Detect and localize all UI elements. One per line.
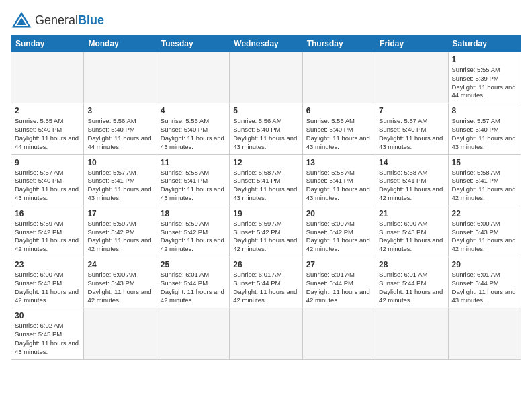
calendar-cell: 12Sunrise: 5:58 AM Sunset: 5:41 PM Dayli… [230, 154, 302, 205]
day-number: 15 [452, 158, 517, 167]
day-number: 5 [233, 106, 298, 116]
day-info: Sunrise: 6:00 AM Sunset: 5:43 PM Dayligh… [87, 271, 152, 305]
col-header-friday: Friday [375, 36, 448, 52]
calendar-cell: 16Sunrise: 5:59 AM Sunset: 5:42 PM Dayli… [11, 205, 84, 257]
calendar-week-row: 1Sunrise: 5:55 AM Sunset: 5:39 PM Daylig… [11, 52, 521, 103]
day-info: Sunrise: 5:58 AM Sunset: 5:41 PM Dayligh… [161, 169, 226, 203]
page-header: GeneralBlue [11, 11, 521, 30]
col-header-tuesday: Tuesday [157, 36, 229, 52]
day-info: Sunrise: 5:57 AM Sunset: 5:40 PM Dayligh… [15, 169, 80, 203]
col-header-wednesday: Wednesday [230, 36, 302, 52]
calendar-cell: 22Sunrise: 6:00 AM Sunset: 5:43 PM Dayli… [448, 205, 521, 257]
calendar-week-row: 23Sunrise: 6:00 AM Sunset: 5:43 PM Dayli… [11, 257, 521, 308]
calendar-cell: 23Sunrise: 6:00 AM Sunset: 5:43 PM Dayli… [11, 257, 84, 308]
day-info: Sunrise: 6:01 AM Sunset: 5:44 PM Dayligh… [161, 271, 226, 305]
calendar-cell: 9Sunrise: 5:57 AM Sunset: 5:40 PM Daylig… [11, 154, 84, 205]
day-number: 6 [306, 106, 371, 116]
day-number: 26 [233, 260, 298, 269]
day-info: Sunrise: 5:57 AM Sunset: 5:40 PM Dayligh… [379, 117, 444, 151]
calendar-header-row: SundayMondayTuesdayWednesdayThursdayFrid… [11, 36, 521, 52]
day-number: 3 [87, 106, 152, 116]
calendar-cell [375, 308, 448, 359]
col-header-saturday: Saturday [448, 36, 521, 52]
day-number: 27 [306, 260, 371, 269]
day-number: 28 [379, 260, 444, 269]
day-number: 29 [452, 260, 517, 269]
calendar-cell: 8Sunrise: 5:57 AM Sunset: 5:40 PM Daylig… [448, 103, 521, 154]
col-header-sunday: Sunday [11, 36, 84, 52]
day-number: 19 [233, 209, 298, 218]
day-info: Sunrise: 5:59 AM Sunset: 5:42 PM Dayligh… [233, 220, 298, 254]
day-number: 30 [15, 311, 80, 320]
day-number: 4 [161, 106, 226, 116]
day-number: 1 [452, 55, 517, 64]
calendar-cell: 15Sunrise: 5:58 AM Sunset: 5:41 PM Dayli… [448, 154, 521, 205]
day-number: 22 [452, 209, 517, 218]
day-number: 13 [306, 158, 371, 167]
day-number: 23 [15, 260, 80, 269]
day-number: 2 [15, 106, 80, 116]
day-number: 17 [87, 209, 152, 218]
calendar-cell [230, 52, 302, 103]
day-number: 16 [15, 209, 80, 218]
calendar-cell: 13Sunrise: 5:58 AM Sunset: 5:41 PM Dayli… [302, 154, 375, 205]
day-number: 25 [161, 260, 226, 269]
day-info: Sunrise: 5:58 AM Sunset: 5:41 PM Dayligh… [452, 169, 517, 203]
calendar-cell [302, 308, 375, 359]
day-number: 9 [15, 158, 80, 167]
col-header-thursday: Thursday [302, 36, 375, 52]
calendar-cell: 21Sunrise: 6:00 AM Sunset: 5:43 PM Dayli… [375, 205, 448, 257]
day-number: 24 [87, 260, 152, 269]
calendar-cell [302, 52, 375, 103]
calendar-cell: 3Sunrise: 5:56 AM Sunset: 5:40 PM Daylig… [84, 103, 157, 154]
calendar-week-row: 9Sunrise: 5:57 AM Sunset: 5:40 PM Daylig… [11, 154, 521, 205]
calendar-cell: 1Sunrise: 5:55 AM Sunset: 5:39 PM Daylig… [448, 52, 521, 103]
calendar-cell [84, 308, 157, 359]
day-info: Sunrise: 5:56 AM Sunset: 5:40 PM Dayligh… [87, 117, 152, 151]
calendar-cell [11, 52, 84, 103]
day-info: Sunrise: 5:56 AM Sunset: 5:40 PM Dayligh… [306, 117, 371, 151]
calendar-cell: 14Sunrise: 5:58 AM Sunset: 5:41 PM Dayli… [375, 154, 448, 205]
day-info: Sunrise: 6:00 AM Sunset: 5:42 PM Dayligh… [306, 220, 371, 254]
day-info: Sunrise: 6:01 AM Sunset: 5:44 PM Dayligh… [452, 271, 517, 305]
calendar-cell: 30Sunrise: 6:02 AM Sunset: 5:45 PM Dayli… [11, 308, 84, 359]
day-info: Sunrise: 6:01 AM Sunset: 5:44 PM Dayligh… [379, 271, 444, 305]
calendar-cell [375, 52, 448, 103]
calendar-cell [84, 52, 157, 103]
calendar-cell: 5Sunrise: 5:56 AM Sunset: 5:40 PM Daylig… [230, 103, 302, 154]
day-number: 20 [306, 209, 371, 218]
day-info: Sunrise: 5:58 AM Sunset: 5:41 PM Dayligh… [233, 169, 298, 203]
day-number: 10 [87, 158, 152, 167]
day-info: Sunrise: 5:55 AM Sunset: 5:39 PM Dayligh… [452, 66, 517, 100]
day-info: Sunrise: 5:56 AM Sunset: 5:40 PM Dayligh… [233, 117, 298, 151]
calendar: SundayMondayTuesdayWednesdayThursdayFrid… [11, 35, 521, 360]
day-info: Sunrise: 5:55 AM Sunset: 5:40 PM Dayligh… [15, 117, 80, 151]
col-header-monday: Monday [84, 36, 157, 52]
day-info: Sunrise: 6:00 AM Sunset: 5:43 PM Dayligh… [15, 271, 80, 305]
day-info: Sunrise: 5:58 AM Sunset: 5:41 PM Dayligh… [306, 169, 371, 203]
calendar-cell: 7Sunrise: 5:57 AM Sunset: 5:40 PM Daylig… [375, 103, 448, 154]
calendar-cell: 18Sunrise: 5:59 AM Sunset: 5:42 PM Dayli… [157, 205, 229, 257]
calendar-cell: 28Sunrise: 6:01 AM Sunset: 5:44 PM Dayli… [375, 257, 448, 308]
calendar-cell: 27Sunrise: 6:01 AM Sunset: 5:44 PM Dayli… [302, 257, 375, 308]
day-number: 8 [452, 106, 517, 116]
calendar-week-row: 30Sunrise: 6:02 AM Sunset: 5:45 PM Dayli… [11, 308, 521, 359]
calendar-cell: 26Sunrise: 6:01 AM Sunset: 5:44 PM Dayli… [230, 257, 302, 308]
day-number: 14 [379, 158, 444, 167]
day-info: Sunrise: 5:59 AM Sunset: 5:42 PM Dayligh… [87, 220, 152, 254]
day-number: 21 [379, 209, 444, 218]
calendar-cell: 2Sunrise: 5:55 AM Sunset: 5:40 PM Daylig… [11, 103, 84, 154]
logo-text: GeneralBlue [35, 13, 104, 28]
day-number: 7 [379, 106, 444, 116]
calendar-cell: 6Sunrise: 5:56 AM Sunset: 5:40 PM Daylig… [302, 103, 375, 154]
day-info: Sunrise: 5:57 AM Sunset: 5:41 PM Dayligh… [87, 169, 152, 203]
calendar-cell: 25Sunrise: 6:01 AM Sunset: 5:44 PM Dayli… [157, 257, 229, 308]
calendar-cell: 11Sunrise: 5:58 AM Sunset: 5:41 PM Dayli… [157, 154, 229, 205]
calendar-week-row: 2Sunrise: 5:55 AM Sunset: 5:40 PM Daylig… [11, 103, 521, 154]
calendar-cell: 20Sunrise: 6:00 AM Sunset: 5:42 PM Dayli… [302, 205, 375, 257]
day-info: Sunrise: 5:58 AM Sunset: 5:41 PM Dayligh… [379, 169, 444, 203]
calendar-cell: 4Sunrise: 5:56 AM Sunset: 5:40 PM Daylig… [157, 103, 229, 154]
day-number: 12 [233, 158, 298, 167]
day-info: Sunrise: 5:57 AM Sunset: 5:40 PM Dayligh… [452, 117, 517, 151]
day-info: Sunrise: 5:59 AM Sunset: 5:42 PM Dayligh… [15, 220, 80, 254]
